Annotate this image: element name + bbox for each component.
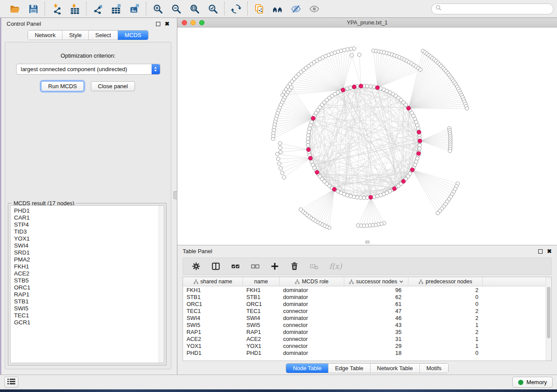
column-header-successor-nodes[interactable]: successor nodes — [344, 277, 408, 286]
float-table-panel-icon[interactable] — [538, 249, 543, 254]
horizontal-splitter-handle[interactable] — [365, 241, 370, 244]
toggle-columns-button[interactable] — [210, 261, 221, 272]
tab-style[interactable]: Style — [62, 31, 89, 40]
mcds-result-item[interactable]: ORC1 — [14, 284, 160, 291]
table-row[interactable]: TEC1TEC1connector472 — [183, 307, 551, 314]
close-window-icon[interactable] — [182, 20, 187, 25]
column-header-MCDS-role[interactable]: MCDS role — [280, 277, 344, 286]
mcds-result-item[interactable]: GCR1 — [14, 319, 160, 326]
show-all-button[interactable] — [307, 2, 321, 16]
mcds-result-item[interactable]: ACE2 — [14, 270, 160, 277]
column-type-icon — [295, 279, 300, 284]
table-row[interactable]: ACE2ACE2connector311 — [183, 335, 551, 342]
close-panel-icon[interactable]: ✖ — [165, 22, 170, 26]
add-column-button[interactable] — [269, 261, 280, 272]
zoom-fit-button[interactable] — [187, 2, 201, 16]
mcds-result-item[interactable]: PMA2 — [14, 256, 160, 263]
tab-motifs[interactable]: Motifs — [420, 364, 448, 373]
table-row[interactable]: PHD1PHD1dominator180 — [183, 349, 551, 356]
column-header-filler — [483, 277, 551, 286]
table-scrollbar[interactable] — [546, 277, 551, 361]
mcds-result-item[interactable]: RAP1 — [14, 291, 160, 298]
search-input[interactable] — [444, 6, 549, 12]
table-row[interactable]: SWI4SWI4dominator462 — [183, 314, 551, 321]
mcds-result-item[interactable]: CAR1 — [14, 214, 160, 221]
network-graph[interactable] — [177, 28, 557, 244]
tab-select[interactable]: Select — [89, 31, 118, 40]
tab-mcds[interactable]: MCDS — [118, 31, 148, 40]
select-all-button[interactable] — [230, 261, 241, 272]
column-type-icon — [419, 279, 423, 284]
zoom-in-icon — [152, 3, 163, 14]
mcds-result-item[interactable]: SWI5 — [14, 305, 160, 312]
save-session-button[interactable] — [26, 2, 40, 16]
close-table-panel-icon[interactable]: ✖ — [547, 249, 552, 254]
run-mcds-button[interactable]: Run MCDS — [41, 81, 84, 91]
table-panel-header: Table Panel ✖ — [177, 245, 557, 257]
deselect-all-button[interactable] — [249, 261, 261, 272]
mcds-result-item[interactable]: STB1 — [14, 298, 160, 305]
table-cell: 61 — [344, 301, 408, 307]
table-row[interactable]: FKH1FKH1dominator962 — [183, 286, 551, 293]
refresh-view-button[interactable] — [229, 2, 243, 16]
float-panel-icon[interactable] — [156, 22, 160, 26]
mcds-result-item[interactable]: YOX1 — [14, 235, 160, 242]
tab-network[interactable]: Network — [28, 31, 62, 40]
mcds-result-item[interactable]: SRD1 — [14, 249, 160, 256]
task-history-button[interactable] — [4, 377, 18, 388]
network-window-titlebar[interactable]: YPA_prune.txt_1 — [177, 18, 557, 28]
table-cell: 2 — [408, 315, 483, 321]
table-scrollbar-thumb[interactable] — [547, 287, 550, 338]
select-all-icon — [231, 261, 240, 271]
import-table-icon — [69, 3, 80, 14]
zoom-selected-button[interactable] — [206, 2, 220, 16]
zoom-in-button[interactable] — [151, 2, 165, 16]
table-settings-button[interactable] — [190, 261, 202, 272]
tab-node-table[interactable]: Node Table — [286, 364, 329, 373]
export-network-button[interactable] — [91, 2, 105, 16]
import-network-button[interactable] — [49, 2, 63, 16]
tab-edge-table[interactable]: Edge Table — [329, 364, 370, 373]
column-header-shared-name[interactable]: shared name — [183, 277, 243, 286]
mcds-result-item[interactable]: STB5 — [14, 277, 160, 284]
column-header-predecessor-nodes[interactable]: predecessor nodes — [408, 277, 483, 286]
table-row[interactable]: YOX1YOX1connector291 — [183, 342, 551, 349]
mcds-result-item[interactable]: SWI4 — [14, 242, 160, 249]
export-table-button[interactable] — [109, 2, 123, 16]
open-file-button[interactable] — [8, 2, 22, 16]
table-row[interactable]: RAP1RAP1dominator352 — [183, 328, 551, 335]
zoom-out-button[interactable] — [169, 2, 183, 16]
vertical-splitter-handle[interactable] — [173, 191, 177, 199]
tab-network-table[interactable]: Network Table — [370, 364, 420, 373]
memory-status-icon — [518, 380, 523, 385]
mcds-result-item[interactable]: TEC1 — [14, 312, 160, 319]
hide-selected-button[interactable] — [289, 2, 303, 16]
maximize-window-icon[interactable] — [199, 20, 204, 25]
mcds-result-list[interactable]: PHD1CAR1STP4TID3YOX1SWI4SRD1PMA2FKH1ACE2… — [10, 205, 164, 363]
minimize-window-icon[interactable] — [190, 20, 196, 25]
table-row[interactable]: SWI5SWI5connector431 — [183, 321, 551, 328]
table-cell: dominator — [280, 287, 344, 293]
table-cell: SWI5 — [183, 322, 243, 328]
first-neighbors-button[interactable] — [270, 2, 284, 16]
search-box[interactable] — [431, 3, 554, 14]
table-settings-icon — [191, 261, 201, 271]
optimization-criterion-select[interactable]: largest connected component (undirected) — [16, 64, 160, 75]
table-row[interactable]: ORC1ORC1dominator610 — [183, 300, 551, 307]
column-header-name[interactable]: name — [243, 277, 280, 286]
export-image-button[interactable] — [128, 2, 142, 16]
mcds-result-item[interactable]: PHD1 — [14, 207, 160, 214]
network-canvas[interactable] — [177, 28, 557, 244]
mcds-result-item[interactable]: STP4 — [14, 221, 160, 228]
memory-button[interactable]: Memory — [512, 377, 553, 388]
close-panel-button[interactable]: Close panel — [91, 81, 135, 91]
table-row[interactable]: STB1STB1dominator620 — [183, 293, 551, 300]
mcds-list-scrollbar[interactable] — [159, 206, 164, 363]
import-table-button[interactable] — [68, 2, 82, 16]
clone-network-button[interactable] — [252, 2, 266, 16]
delete-column-button[interactable] — [289, 261, 300, 272]
task-list-icon — [7, 378, 16, 386]
mcds-result-item[interactable]: FKH1 — [14, 263, 160, 270]
function-builder-icon: f(x) — [329, 262, 342, 271]
mcds-result-item[interactable]: TID3 — [14, 228, 160, 235]
